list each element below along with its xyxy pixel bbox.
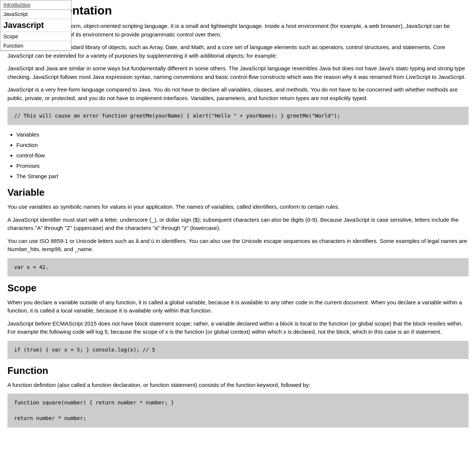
scope-heading: Scope bbox=[7, 282, 469, 294]
intro-list: VariablesFunctioncontrol-flowPromisesThe… bbox=[16, 130, 469, 181]
scope-para1: When you declare a variable outside of a… bbox=[7, 298, 469, 315]
page-title: JS Documentation bbox=[7, 4, 469, 17]
list-item: Function bbox=[16, 141, 469, 150]
scope-code-block: if (true) { var x = 5; } console.log(x);… bbox=[7, 341, 469, 359]
nav-overlay-panel: Introduction JavaScript Javascript Scope… bbox=[0, 0, 71, 51]
nav-overlay-item-js[interactable]: JavaScript bbox=[0, 10, 71, 19]
variable-para3: You can use ISO 8859-1 or Unicode letter… bbox=[7, 237, 469, 254]
variable-para1: You use variables as symbolic names for … bbox=[7, 203, 469, 211]
nav-overlay-title: Introduction bbox=[0, 0, 71, 10]
variable-para2: A JavaScript identifier must start with … bbox=[7, 216, 469, 233]
function-para1: A function definition (also called a fun… bbox=[7, 381, 469, 390]
intro-para4: JavaScript is a very free-form language … bbox=[7, 86, 469, 102]
page-wrapper: Introduction JavaScript Javascript Scope… bbox=[0, 0, 476, 468]
function-heading: Function bbox=[7, 365, 469, 376]
variable-code-block: var x = 42. bbox=[7, 258, 469, 276]
nav-overlay-section-javascript[interactable]: Javascript bbox=[0, 19, 71, 32]
function-code-block: function square(number) { return number … bbox=[7, 394, 469, 427]
nav-overlay-item-scope[interactable]: Scope bbox=[0, 32, 71, 41]
intro-para3: JavaScript and Java are similar in some … bbox=[7, 64, 469, 81]
main-content: JS Documentation JavaScript is a cross-p… bbox=[0, 0, 476, 448]
variable-heading: Variable bbox=[7, 187, 469, 198]
nav-overlay-item-function[interactable]: Function bbox=[0, 41, 71, 51]
list-item: Promises bbox=[16, 161, 469, 170]
list-item: Variables bbox=[16, 130, 469, 139]
scope-para2: JavaScript before ECMAScript 2015 does n… bbox=[7, 320, 469, 336]
intro-para1: JavaScript is a cross-platform, object-o… bbox=[7, 22, 469, 39]
list-item: The Strange part bbox=[16, 172, 469, 181]
intro-code-block: // This will cause an error function gre… bbox=[7, 107, 469, 125]
list-item: control-flow bbox=[16, 151, 469, 160]
intro-para2: JavaScript contains a standard library o… bbox=[7, 43, 469, 60]
